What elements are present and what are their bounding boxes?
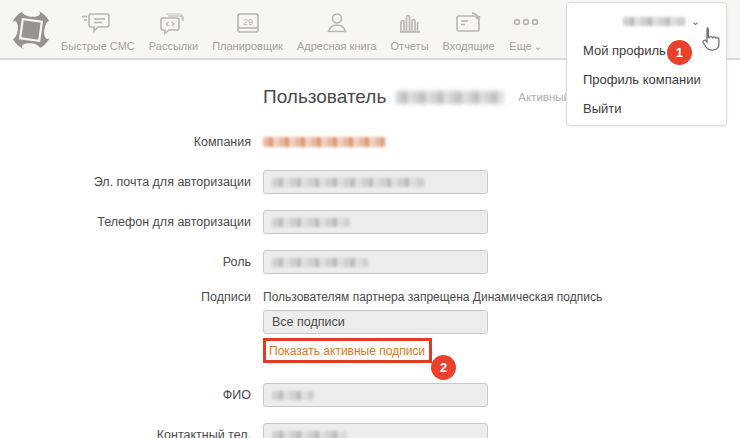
nav-label: Отчеты bbox=[391, 40, 429, 52]
nav-item-reports[interactable]: Отчеты bbox=[391, 9, 429, 53]
signatures-note: Пользователям партнера запрещена Динамич… bbox=[263, 290, 740, 305]
form-row-signatures: Подписи Пользователям партнера запрещена… bbox=[0, 290, 740, 363]
mailings-icon bbox=[158, 9, 188, 37]
form-row-email: Эл. почта для авторизации bbox=[0, 170, 740, 194]
fio-value-redacted bbox=[272, 391, 314, 400]
page-title: Пользователь bbox=[263, 86, 386, 108]
nav-item-mailings[interactable]: Рассылки bbox=[149, 9, 198, 53]
scheduler-icon: 29 bbox=[235, 9, 261, 37]
form-row-contact-phone: Контактный тел. bbox=[0, 423, 740, 438]
company-label: Компания bbox=[0, 135, 263, 150]
form-row-role: Роль bbox=[0, 250, 740, 274]
app-logo-icon[interactable] bbox=[9, 8, 53, 52]
role-field[interactable] bbox=[263, 250, 488, 274]
nav-label: Входящие bbox=[443, 40, 495, 52]
form-row-company: Компания bbox=[0, 134, 740, 150]
email-label: Эл. почта для авторизации bbox=[0, 175, 263, 190]
nav-label: Адресная книга bbox=[297, 40, 377, 52]
nav-label: Планировщик bbox=[212, 40, 283, 52]
annotation-badge-1: 1 bbox=[667, 40, 692, 65]
nav-label: Быстрые СМС bbox=[61, 40, 135, 52]
reports-icon bbox=[397, 9, 423, 37]
username-redacted bbox=[623, 17, 685, 26]
phone-value-redacted bbox=[272, 218, 350, 227]
show-active-signatures-link[interactable]: Показать активные подписи bbox=[269, 344, 425, 358]
form-row-fio: ФИО bbox=[0, 383, 740, 407]
main-nav: Быстрые СМС Рассылки bbox=[61, 0, 543, 53]
signatures-value: Все подписи bbox=[272, 315, 345, 329]
contact-phone-label: Контактный тел. bbox=[0, 428, 263, 438]
user-dropdown-panel: ⌄ Мой профиль 1 Профиль компании Выйти bbox=[566, 2, 727, 126]
user-name-redacted bbox=[396, 91, 504, 104]
email-value-redacted bbox=[272, 178, 424, 187]
signatures-link-highlight: Показать активные подписи 2 bbox=[263, 338, 432, 363]
fio-label: ФИО bbox=[0, 388, 263, 403]
nav-item-more[interactable]: Еще⌄ bbox=[509, 9, 543, 53]
menu-item-logout[interactable]: Выйти bbox=[567, 94, 726, 123]
user-form: Компания Эл. почта для авторизации Телеф… bbox=[0, 134, 740, 438]
calendar-day: 29 bbox=[243, 17, 253, 27]
nav-item-quick-sms[interactable]: Быстрые СМС bbox=[61, 9, 135, 53]
contact-phone-field[interactable] bbox=[263, 423, 488, 438]
hand-cursor-icon bbox=[696, 25, 724, 55]
form-row-phone: Телефон для авторизации bbox=[0, 210, 740, 234]
address-book-icon bbox=[324, 9, 350, 37]
menu-item-company-profile[interactable]: Профиль компании bbox=[567, 65, 726, 94]
quick-sms-icon bbox=[81, 9, 115, 37]
annotation-badge-2: 2 bbox=[431, 355, 456, 380]
company-link-redacted[interactable] bbox=[263, 137, 385, 147]
nav-label: Рассылки bbox=[149, 40, 198, 52]
phone-field[interactable] bbox=[263, 210, 488, 234]
email-field[interactable] bbox=[263, 170, 488, 194]
nav-label: Еще⌄ bbox=[509, 40, 542, 53]
inbox-icon bbox=[453, 9, 485, 37]
more-icon bbox=[509, 9, 543, 37]
chevron-down-icon: ⌄ bbox=[534, 41, 542, 52]
role-value-redacted bbox=[272, 258, 368, 267]
nav-item-scheduler[interactable]: 29 Планировщик bbox=[212, 9, 283, 53]
nav-item-inbox[interactable]: Входящие bbox=[443, 9, 495, 53]
role-label: Роль bbox=[0, 255, 263, 270]
fio-field[interactable] bbox=[263, 383, 488, 407]
contact-phone-value-redacted bbox=[272, 431, 346, 438]
signatures-label: Подписи bbox=[0, 290, 263, 305]
highlight-red-box: Показать активные подписи bbox=[263, 338, 432, 363]
nav-item-address-book[interactable]: Адресная книга bbox=[297, 9, 377, 53]
phone-label: Телефон для авторизации bbox=[0, 215, 263, 230]
signatures-field[interactable]: Все подписи bbox=[263, 310, 488, 334]
